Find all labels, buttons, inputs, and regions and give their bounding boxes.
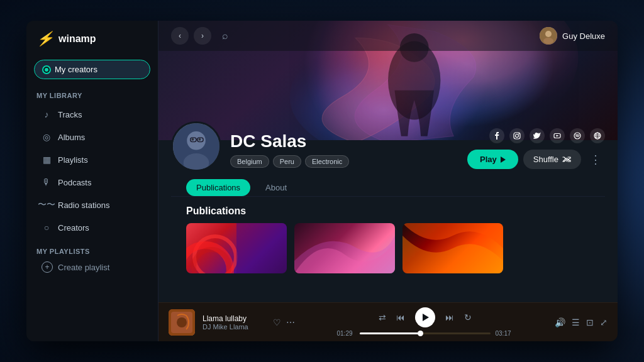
- forward-icon: ›: [201, 31, 204, 40]
- tracks-icon: ♪: [42, 109, 52, 119]
- instagram-icon[interactable]: [509, 128, 525, 143]
- search-icon: ⌕: [222, 30, 228, 41]
- spotify-icon[interactable]: [570, 128, 585, 143]
- twitter-icon[interactable]: [530, 128, 545, 143]
- track-info: Llama lullaby DJ Mike Llama: [203, 314, 265, 331]
- svg-point-17: [518, 133, 519, 134]
- total-time: 03:17: [496, 330, 513, 337]
- shuffle-button[interactable]: Shuffle: [523, 150, 581, 169]
- winamp-logo-icon: ⚡: [36, 31, 53, 47]
- svg-marker-19: [557, 135, 559, 137]
- content: ‹ › ⌕: [158, 21, 618, 302]
- tag-electronic[interactable]: Electronic: [305, 155, 349, 168]
- album-art-1: [186, 223, 287, 273]
- volume-button[interactable]: 🔊: [555, 317, 565, 327]
- social-icons: [489, 128, 605, 143]
- facebook-icon[interactable]: [489, 128, 504, 143]
- back-button[interactable]: ‹: [171, 27, 189, 45]
- svg-rect-28: [236, 223, 287, 273]
- cast-button[interactable]: ⊡: [586, 317, 594, 327]
- avatar: [540, 27, 557, 45]
- sidebar-item-podcasts[interactable]: 🎙 Podcasts: [31, 172, 153, 192]
- forward-button[interactable]: ›: [194, 27, 211, 45]
- search-button[interactable]: ⌕: [216, 27, 234, 45]
- tab-publications[interactable]: Publications: [186, 179, 250, 196]
- user-name: Guy Deluxe: [562, 31, 605, 41]
- play-triangle-icon: [501, 156, 506, 163]
- prev-button[interactable]: ⏮: [396, 312, 405, 322]
- website-icon[interactable]: [590, 128, 605, 143]
- my-library-title: My library: [26, 87, 158, 102]
- play-pause-button[interactable]: [415, 307, 435, 327]
- sidebar-item-albums[interactable]: ◎ Albums: [31, 127, 153, 147]
- artist-actions-right: Play Shuffle ⋮: [467, 128, 605, 172]
- logo-area: ⚡ winamp: [26, 31, 158, 57]
- tag-belgium[interactable]: Belgium: [230, 155, 269, 168]
- publications-title: Publications: [186, 206, 590, 217]
- sidebar-item-radio[interactable]: 〜〜 Radio stations: [31, 195, 153, 215]
- progress-fill: [360, 332, 421, 334]
- playlists-section: My playlists + Create playlist: [26, 245, 158, 278]
- repeat-button[interactable]: ↻: [464, 312, 472, 322]
- fullscreen-button[interactable]: ⤢: [600, 317, 608, 327]
- play-button[interactable]: Play: [467, 150, 518, 169]
- winamp-logo-text: winamp: [58, 33, 96, 45]
- track-options-button[interactable]: ⋯: [286, 317, 295, 327]
- track-artist: DJ Mike Llama: [203, 323, 265, 331]
- svg-point-11: [199, 138, 201, 141]
- current-time: 01:29: [337, 330, 355, 337]
- publications-area: Publications: [171, 197, 605, 282]
- svg-point-27: [194, 250, 229, 273]
- artist-name: DC Salas: [230, 132, 349, 151]
- playlists-label: Playlists: [58, 155, 88, 165]
- now-playing-bar: Llama lullaby DJ Mike Llama ♡ ⋯ ⇄ ⏮ ⏭: [158, 302, 618, 341]
- album-art-2: [294, 223, 395, 273]
- more-icon: ⋮: [590, 153, 601, 167]
- svg-point-31: [177, 317, 187, 327]
- album-card-2[interactable]: [294, 223, 395, 273]
- create-playlist-label: Create playlist: [58, 263, 109, 272]
- album-card-3[interactable]: [402, 223, 503, 273]
- tab-about[interactable]: About: [255, 179, 297, 196]
- shuffle-label: Shuffle: [533, 155, 558, 164]
- like-button[interactable]: ♡: [273, 317, 281, 327]
- creators-label: Creators: [58, 223, 89, 233]
- top-bar: ‹ › ⌕: [158, 21, 618, 51]
- svg-point-9: [184, 153, 209, 172]
- more-options-button[interactable]: ⋮: [586, 150, 605, 169]
- sidebar-item-creators[interactable]: ○ Creators: [31, 217, 153, 238]
- main-area: ⚡ winamp My creators My library ♪ Tracks…: [26, 21, 618, 341]
- albums-row: [186, 223, 590, 273]
- next-button[interactable]: ⏭: [445, 312, 454, 322]
- control-buttons: ⇄ ⏮ ⏭ ↻: [379, 307, 472, 327]
- svg-point-2: [543, 38, 553, 44]
- play-pause-icon: [423, 314, 429, 321]
- progress-bar[interactable]: [360, 332, 491, 334]
- content-wrapper: ‹ › ⌕: [158, 21, 618, 341]
- artist-tags: Belgium Peru Electronic: [230, 155, 349, 168]
- shuffle-ctrl-button[interactable]: ⇄: [379, 312, 386, 322]
- sidebar-item-playlists[interactable]: ▦ Playlists: [31, 150, 153, 170]
- create-playlist-button[interactable]: + Create playlist: [31, 256, 153, 278]
- sidebar: ⚡ winamp My creators My library ♪ Tracks…: [26, 21, 158, 341]
- svg-point-16: [516, 134, 519, 138]
- album-card-1[interactable]: [186, 223, 287, 273]
- my-creators-button[interactable]: My creators: [34, 60, 150, 79]
- podcasts-icon: 🎙: [42, 177, 52, 187]
- queue-button[interactable]: ☰: [572, 317, 580, 327]
- app-window: ⚡ winamp My creators My library ♪ Tracks…: [26, 21, 618, 341]
- nav-controls: ‹ › ⌕: [171, 27, 234, 45]
- svg-point-10: [192, 138, 194, 141]
- plus-icon: +: [42, 261, 53, 273]
- youtube-icon[interactable]: [550, 128, 565, 143]
- my-creators-dot-icon: [43, 67, 50, 73]
- albums-icon: ◎: [42, 132, 52, 142]
- action-buttons: Play Shuffle ⋮: [467, 150, 605, 169]
- track-name: Llama lullaby: [203, 314, 265, 323]
- track-actions: ♡ ⋯: [273, 317, 295, 327]
- tag-peru[interactable]: Peru: [273, 155, 301, 168]
- sidebar-item-tracks[interactable]: ♪ Tracks: [31, 104, 153, 124]
- track-thumbnail: [169, 309, 195, 336]
- shuffle-icon: [562, 155, 571, 164]
- podcasts-label: Podcasts: [58, 178, 91, 187]
